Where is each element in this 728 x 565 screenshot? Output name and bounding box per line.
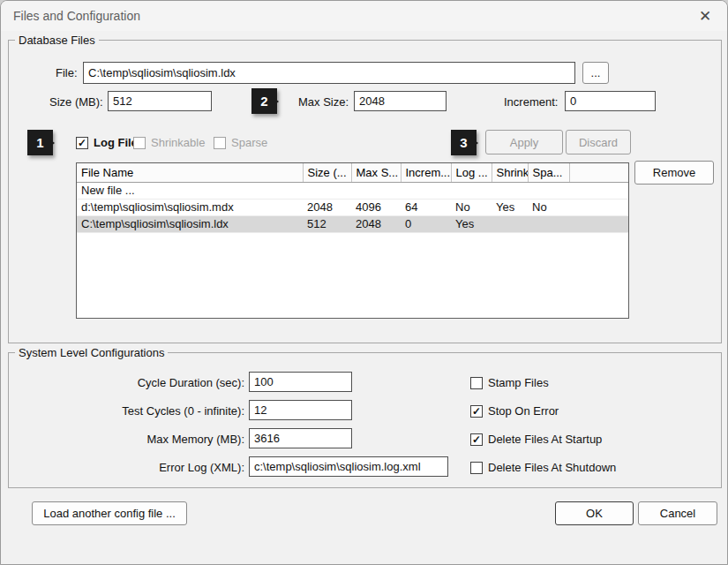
cell-size[interactable] [303, 182, 351, 199]
shrinkable-checkbox: Shrinkable [133, 136, 205, 149]
cell-max-size[interactable]: 4096 [351, 199, 401, 215]
cell-blank [569, 182, 628, 199]
delete-files-at-startup-checkbox-label: Delete Files At Startup [488, 433, 602, 446]
log-file-checkbox-label: Log File [94, 136, 138, 149]
cell-increment[interactable]: 0 [401, 215, 451, 232]
window-title: Files and Configuration [13, 9, 140, 23]
apply-button[interactable]: Apply [485, 130, 563, 154]
stop-on-error-checkbox-box[interactable] [470, 405, 483, 418]
files-and-configuration-dialog: Files and Configuration ✕ Database Files… [0, 0, 728, 565]
test-cycles-input[interactable] [249, 400, 352, 420]
column-header-blank [569, 163, 628, 182]
callout-badge-1: 1 [27, 130, 53, 155]
cell-max-size[interactable] [351, 182, 401, 199]
cell-shrink[interactable]: Yes [492, 199, 528, 215]
cycle-duration-input[interactable] [249, 372, 352, 392]
browse-button[interactable]: ... [582, 62, 609, 84]
cell-file-name[interactable]: C:\temp\sqliosim\sqliosim.ldx [77, 215, 303, 232]
max-size-input[interactable] [354, 91, 447, 111]
delete-files-at-startup-checkbox-box[interactable] [470, 433, 483, 446]
cell-increment[interactable]: 64 [401, 199, 451, 215]
column-header-increment[interactable]: Increm... [401, 163, 451, 182]
column-header-sparse[interactable]: Spa... [528, 163, 569, 182]
log-file-checkbox[interactable]: Log File [76, 136, 138, 149]
error-log-input[interactable] [249, 456, 448, 477]
cell-max-size[interactable]: 2048 [351, 215, 401, 232]
delete-files-at-shutdown-checkbox-box[interactable] [470, 462, 483, 474]
cell-size[interactable]: 512 [303, 215, 351, 232]
shrinkable-checkbox-box [133, 137, 146, 149]
cell-sparse[interactable]: No [528, 199, 569, 215]
table-row-ldx-file[interactable]: C:\temp\sqliosim\sqliosim.ldx 512 2048 0… [77, 215, 628, 232]
file-label: File: [56, 66, 78, 79]
max-memory-input[interactable] [249, 428, 352, 448]
cell-log[interactable]: Yes [451, 215, 492, 232]
increment-input[interactable] [565, 91, 656, 111]
cell-blank [569, 199, 628, 215]
cell-size[interactable]: 2048 [303, 199, 351, 215]
column-header-shrink[interactable]: Shrink [492, 163, 528, 182]
cell-sparse[interactable] [528, 215, 569, 232]
callout-badge-2: 2 [251, 88, 277, 114]
titlebar: Files and Configuration ✕ [1, 1, 727, 31]
discard-button[interactable]: Discard [566, 130, 631, 154]
stop-on-error-checkbox[interactable]: Stop On Error [470, 404, 559, 418]
log-file-checkbox-box[interactable] [76, 137, 88, 149]
delete-files-at-shutdown-checkbox-label: Delete Files At Shutdown [488, 461, 616, 474]
callout-badge-3: 3 [451, 130, 477, 155]
max-size-label: Max Size: [298, 95, 349, 109]
test-cycles-label: Test Cycles (0 - infinite): [68, 404, 244, 418]
sparse-checkbox-label: Sparse [231, 136, 267, 149]
stamp-files-checkbox-box[interactable] [470, 377, 483, 389]
table-header-row: File Name Size (... Max S... Increm... L… [77, 163, 628, 182]
cell-log[interactable]: No [451, 199, 492, 215]
table-row-mdx-file[interactable]: d:\temp\sqliosim\sqliosim.mdx 2048 4096 … [77, 199, 628, 215]
max-memory-label: Max Memory (MB): [68, 433, 244, 446]
cancel-button[interactable]: Cancel [638, 501, 717, 525]
database-files-group-label: Database Files [15, 34, 99, 47]
cell-log[interactable] [451, 182, 492, 199]
stamp-files-checkbox-label: Stamp Files [488, 376, 549, 389]
size-label: Size (MB): [49, 95, 103, 109]
shrinkable-checkbox-label: Shrinkable [151, 136, 205, 149]
table-row-new-file[interactable]: New file ... [77, 182, 628, 199]
column-header-size[interactable]: Size (... [303, 163, 351, 182]
ok-button[interactable]: OK [555, 501, 634, 525]
sparse-checkbox: Sparse [214, 136, 267, 149]
cell-file-name[interactable]: d:\temp\sqliosim\sqliosim.mdx [77, 199, 303, 215]
load-config-button[interactable]: Load another config file ... [32, 501, 187, 525]
cycle-duration-label: Cycle Duration (sec): [68, 376, 244, 389]
cell-shrink[interactable] [492, 215, 528, 232]
column-header-file-name[interactable]: File Name [77, 163, 303, 182]
error-log-label: Error Log (XML): [68, 461, 244, 474]
system-config-group-label: System Level Configurations [15, 346, 168, 359]
cell-sparse[interactable] [528, 182, 569, 199]
delete-files-at-shutdown-checkbox[interactable]: Delete Files At Shutdown [470, 461, 616, 474]
close-icon[interactable]: ✕ [695, 7, 715, 26]
column-header-log[interactable]: Log ... [451, 163, 492, 182]
cell-shrink[interactable] [492, 182, 528, 199]
cell-increment[interactable] [401, 182, 451, 199]
remove-button[interactable]: Remove [634, 161, 714, 185]
delete-files-at-startup-checkbox[interactable]: Delete Files At Startup [470, 433, 602, 446]
stop-on-error-checkbox-label: Stop On Error [488, 404, 559, 418]
files-table[interactable]: File Name Size (... Max S... Increm... L… [76, 162, 629, 319]
increment-label: Increment: [504, 95, 558, 109]
sparse-checkbox-box [214, 137, 226, 149]
file-input[interactable] [83, 62, 575, 84]
cell-blank [569, 215, 628, 232]
size-input[interactable] [108, 91, 212, 111]
stamp-files-checkbox[interactable]: Stamp Files [470, 376, 549, 389]
table-empty-area [77, 232, 628, 319]
column-header-max-size[interactable]: Max S... [351, 163, 401, 182]
cell-file-name[interactable]: New file ... [77, 182, 303, 199]
